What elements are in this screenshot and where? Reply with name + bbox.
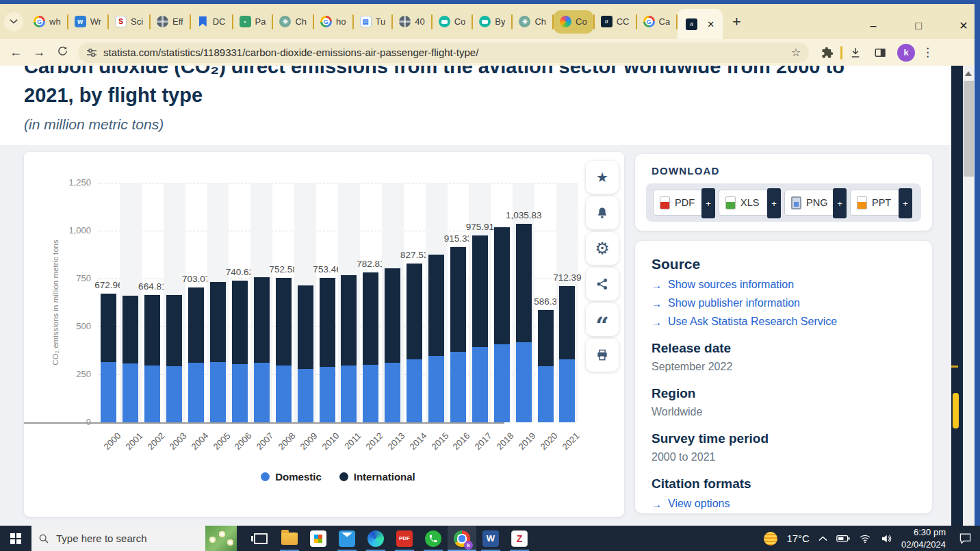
browser-tab-wr-1[interactable]: Wr — [68, 4, 107, 39]
bar-column-2001[interactable] — [120, 183, 142, 422]
domestic-segment-2013[interactable] — [385, 363, 400, 422]
domestic-segment-2003[interactable] — [166, 366, 182, 422]
volume-indicator[interactable] — [880, 533, 892, 545]
domestic-segment-2014[interactable] — [407, 359, 422, 422]
international-segment-2004[interactable] — [188, 287, 204, 362]
taskbar-app-store[interactable] — [304, 526, 333, 551]
browser-tab-by-11[interactable]: By — [473, 4, 511, 39]
add-png-button[interactable]: + — [833, 188, 847, 218]
reload-button[interactable] — [51, 45, 74, 60]
new-tab-button[interactable]: + — [723, 13, 751, 31]
international-segment-2002[interactable] — [144, 295, 160, 366]
bar-column-2006[interactable]: 740.62 — [229, 183, 250, 422]
scrollbar-thumb[interactable] — [964, 81, 974, 177]
domestic-segment-2002[interactable] — [144, 366, 160, 422]
clock[interactable]: 6:30 pm 02/04/2024 — [901, 526, 946, 550]
source-link-row-0[interactable]: →Show sources information — [652, 279, 916, 291]
international-segment-2020[interactable] — [538, 310, 554, 366]
maximize-button[interactable]: □ — [912, 20, 925, 32]
gear-button[interactable]: ⚙ — [586, 232, 619, 265]
source-link-row-1[interactable]: →Show publisher information — [652, 297, 916, 309]
download-png-button[interactable]: PNG+ — [784, 190, 835, 216]
international-segment-2018[interactable] — [494, 227, 510, 344]
source-link[interactable]: Show publisher information — [668, 297, 800, 309]
bar-column-2003[interactable] — [164, 183, 185, 422]
browser-tab-sci-2[interactable]: Sci — [109, 4, 149, 39]
international-segment-2011[interactable] — [341, 275, 357, 366]
start-button[interactable] — [0, 526, 31, 551]
domestic-segment-2017[interactable] — [472, 347, 488, 422]
taskbar-app-word[interactable]: W — [476, 526, 505, 551]
print-button[interactable] — [586, 339, 619, 372]
bar-column-2016[interactable]: 915.33 — [448, 183, 469, 422]
view-options-link[interactable]: View options — [668, 498, 730, 510]
browser-tab-ch-6[interactable]: Ch — [273, 4, 313, 39]
bar-column-2007[interactable] — [250, 183, 272, 422]
source-link[interactable]: Use Ask Statista Research Service — [668, 316, 837, 328]
domestic-segment-2007[interactable] — [254, 363, 270, 422]
bar-column-2011[interactable] — [338, 183, 360, 422]
bookmark-star-icon[interactable]: ☆ — [791, 46, 801, 59]
browser-tab-tu-8[interactable]: Tu — [354, 4, 392, 39]
domestic-segment-2018[interactable] — [494, 344, 510, 422]
legend-item-international[interactable]: International — [339, 471, 415, 483]
international-segment-2007[interactable] — [254, 277, 270, 363]
download-ppt-button[interactable]: PPT+ — [850, 190, 901, 216]
international-segment-2009[interactable] — [298, 285, 313, 370]
taskbar-app-zotero[interactable]: Z — [505, 526, 534, 551]
international-segment-2019[interactable] — [516, 224, 532, 342]
international-segment-2000[interactable] — [101, 294, 116, 363]
star-button[interactable]: ★ — [586, 161, 619, 194]
minimize-button[interactable]: – — [866, 20, 880, 32]
international-segment-2008[interactable] — [276, 278, 292, 366]
site-settings-icon[interactable] — [86, 47, 97, 58]
extensions-button[interactable] — [818, 44, 836, 62]
close-window-button[interactable]: ✕ — [957, 19, 970, 32]
bar-column-2013[interactable] — [382, 183, 404, 422]
international-segment-2017[interactable] — [472, 235, 488, 347]
international-segment-2015[interactable] — [428, 255, 444, 356]
browser-tab-co-13[interactable]: Co — [554, 10, 593, 34]
bar-column-2012[interactable]: 782.81 — [360, 183, 382, 422]
taskbar-app-chrome[interactable]: k — [448, 526, 476, 551]
page-scrollbar[interactable] — [963, 66, 975, 526]
international-segment-2006[interactable] — [232, 281, 248, 364]
browser-tab-dc-4[interactable]: DC — [191, 4, 232, 39]
international-segment-2014[interactable] — [407, 264, 422, 359]
bar-column-2010[interactable]: 753.46 — [316, 183, 338, 422]
notification-center-button[interactable] — [959, 532, 972, 545]
browser-tab-wh-0[interactable]: wh — [27, 4, 67, 39]
browser-menu-button[interactable]: ⋮ — [915, 45, 940, 60]
wifi-indicator[interactable] — [859, 533, 871, 545]
domestic-segment-2019[interactable] — [516, 342, 532, 422]
address-bar[interactable]: statista.com/statistics/1189331/carbon-d… — [78, 42, 809, 63]
international-segment-2010[interactable] — [320, 278, 335, 367]
domestic-segment-2011[interactable] — [341, 366, 357, 422]
add-pdf-button[interactable]: + — [701, 188, 715, 218]
domestic-segment-2008[interactable] — [276, 366, 292, 422]
browser-tab-cc-14[interactable]: CC — [595, 4, 636, 39]
international-segment-2005[interactable] — [210, 282, 226, 362]
bar-column-2002[interactable]: 664.81 — [142, 183, 164, 422]
source-link-row-2[interactable]: →Use Ask Statista Research Service — [652, 316, 916, 328]
download-pdf-button[interactable]: PDF+ — [653, 190, 704, 216]
browser-tab-eff-3[interactable]: Eff — [151, 4, 190, 39]
url-text[interactable]: statista.com/statistics/1189331/carbon-d… — [103, 47, 785, 58]
bar-column-2008[interactable]: 752.58 — [272, 183, 294, 422]
taskbar-search[interactable]: Type here to search — [31, 526, 237, 551]
scroll-up-arrow[interactable] — [965, 71, 972, 76]
bar-column-2004[interactable]: 703.07 — [185, 183, 207, 422]
domestic-segment-2015[interactable] — [428, 356, 444, 422]
domestic-segment-2016[interactable] — [450, 352, 466, 422]
international-segment-2013[interactable] — [385, 268, 400, 362]
bar-column-2009[interactable] — [294, 183, 316, 422]
bar-column-2021[interactable]: 712.39 — [556, 183, 578, 422]
bar-column-2017[interactable]: 975.91 — [469, 183, 491, 422]
browser-tab-co-10[interactable]: Co — [433, 4, 472, 39]
international-segment-2021[interactable] — [559, 286, 575, 360]
domestic-segment-2006[interactable] — [232, 364, 248, 422]
browser-tab-40-9[interactable]: 40 — [393, 4, 430, 39]
domestic-segment-2000[interactable] — [101, 362, 116, 422]
international-segment-2012[interactable] — [363, 272, 378, 365]
domestic-segment-2010[interactable] — [320, 367, 335, 422]
